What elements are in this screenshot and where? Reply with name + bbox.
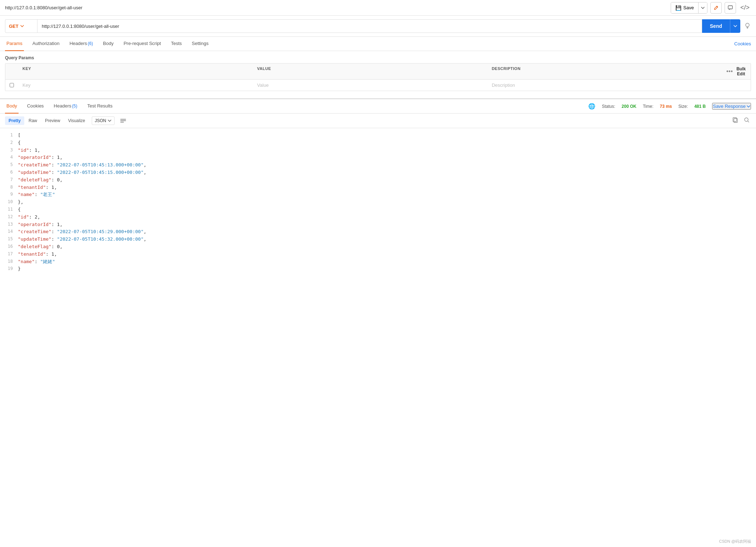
tab-tests[interactable]: Tests [170,37,183,51]
value-cell [253,80,487,91]
format-tab-visualize[interactable]: Visualize [65,116,89,125]
save-response-button[interactable]: Save Response [712,103,751,110]
desc-cell [488,80,722,91]
tab-settings[interactable]: Settings [190,37,210,51]
save-response-chevron-icon [747,105,750,107]
line-content: "createTime": "2022-07-05T10:45:13.000+0… [18,161,751,169]
send-chevron-icon [734,25,737,27]
line-content: "updateTime": "2022-07-05T10:45:15.000+0… [18,169,751,176]
tab-body[interactable]: Body [102,37,115,51]
json-line: 8 "tenantId": 1, [0,184,756,191]
wrap-lines-icon[interactable] [119,117,127,124]
line-number: 1 [5,132,18,139]
line-number: 8 [5,184,18,191]
key-input[interactable] [22,82,248,88]
json-line: 5 "createTime": "2022-07-05T10:45:13.000… [0,161,756,169]
response-tab-body[interactable]: Body [5,99,19,114]
watermark: CSDN @码农阿福 [719,539,751,544]
lightbulb-icon [744,22,751,29]
json-line: 15 "updateTime": "2022-07-05T10:45:32.00… [0,236,756,243]
line-content: { [18,206,751,214]
comment-icon-button[interactable] [725,2,736,14]
time-label: Time: [643,104,654,109]
col-desc-header: DESCRIPTION [488,64,722,79]
wrap-line-3 [120,122,124,122]
tab-params[interactable]: Params [5,37,24,51]
value-input[interactable] [257,82,483,88]
method-chevron-icon [20,25,24,27]
send-chevron-button[interactable] [730,19,740,33]
json-line: 12 "id": 2, [0,214,756,221]
line-content: [ [18,132,751,139]
json-line: 6 "updateTime": "2022-07-05T10:45:15.000… [0,169,756,176]
line-content: "operatorId": 1, [18,154,751,161]
line-number: 19 [5,265,18,272]
tab-pre-request-script[interactable]: Pre-request Script [122,37,162,51]
send-btn-group: Send [702,19,740,33]
json-line: 1[ [0,132,756,139]
response-tab-test-results[interactable]: Test Results [86,99,114,114]
code-button[interactable]: </> [739,2,751,13]
save-response-label: Save Response [713,104,746,109]
edit-icon-button[interactable] [710,2,722,14]
wrap-line-1 [120,119,126,120]
top-bar-actions: 💾 Save </> [671,2,751,14]
method-label: GET [9,24,19,29]
save-disk-icon: 💾 [675,5,681,11]
search-button[interactable] [742,116,751,125]
json-content: 1[2 {3 "id": 1,4 "operatorId": 1,5 "crea… [0,128,756,547]
line-number: 15 [5,236,18,242]
url-input[interactable] [37,19,702,33]
line-number: 5 [5,161,18,168]
send-button[interactable]: Send [702,19,730,33]
json-chevron-icon [108,120,111,122]
copy-button[interactable] [731,116,740,125]
format-tab-pretty[interactable]: Pretty [5,116,24,125]
json-format-select[interactable]: JSON [92,116,115,125]
line-content: "tenantId": 1, [18,251,751,258]
format-tab-preview[interactable]: Preview [41,116,64,125]
line-number: 9 [5,191,18,198]
time-value: 73 ms [660,104,672,109]
svg-rect-2 [734,119,737,122]
response-tabs-list: BodyCookiesHeaders (5)Test Results [5,99,121,114]
line-content: "deleteFlag": 0, [18,176,751,184]
lightbulb-icon-button[interactable] [744,22,751,30]
json-line: 17 "tenantId": 1, [0,251,756,258]
status-label: Status: [602,104,615,109]
format-bar: PrettyRawPreviewVisualize JSON [0,114,756,128]
col-actions-header: ••• Bulk Edit [722,64,751,79]
format-bar-actions [731,116,751,125]
row-checkbox-input[interactable] [10,83,14,87]
json-line: 10 }, [0,199,756,206]
save-chevron-button[interactable] [698,2,707,13]
dots-icon[interactable]: ••• [726,68,733,75]
json-line: 13 "operatorId": 1, [0,221,756,229]
json-line: 7 "deleteFlag": 0, [0,176,756,184]
line-content: "createTime": "2022-07-05T10:45:29.000+0… [18,228,751,236]
response-tab-headers[interactable]: Headers (5) [52,99,79,114]
cookies-link[interactable]: Cookies [734,41,751,46]
tab-authorization[interactable]: Authorization [31,37,61,51]
json-line: 4 "operatorId": 1, [0,154,756,161]
bulk-edit-button[interactable]: Bulk Edit [734,66,748,76]
desc-input[interactable] [492,82,718,88]
save-button[interactable]: 💾 Save [671,2,698,13]
copy-icon [732,117,738,123]
tab-headers[interactable]: Headers (6) [68,37,95,51]
json-line: 3 "id": 1, [0,147,756,154]
json-line: 16 "deleteFlag": 0, [0,243,756,251]
query-params-section: Query Params KEY VALUE DESCRIPTION ••• B… [0,51,756,91]
response-tab-cookies[interactable]: Cookies [26,99,45,114]
save-label: Save [683,5,694,10]
line-number: 13 [5,221,18,228]
method-select[interactable]: GET [5,19,37,33]
row-checkbox[interactable] [5,80,18,90]
format-tab-raw[interactable]: Raw [25,116,41,125]
request-tabs: ParamsAuthorizationHeaders (6)BodyPre-re… [0,37,756,51]
svg-rect-3 [733,118,737,122]
json-line: 9 "name": "老王" [0,191,756,199]
request-tabs-list: ParamsAuthorizationHeaders (6)BodyPre-re… [5,37,217,51]
params-table: KEY VALUE DESCRIPTION ••• Bulk Edit [5,63,751,91]
line-number: 7 [5,176,18,183]
